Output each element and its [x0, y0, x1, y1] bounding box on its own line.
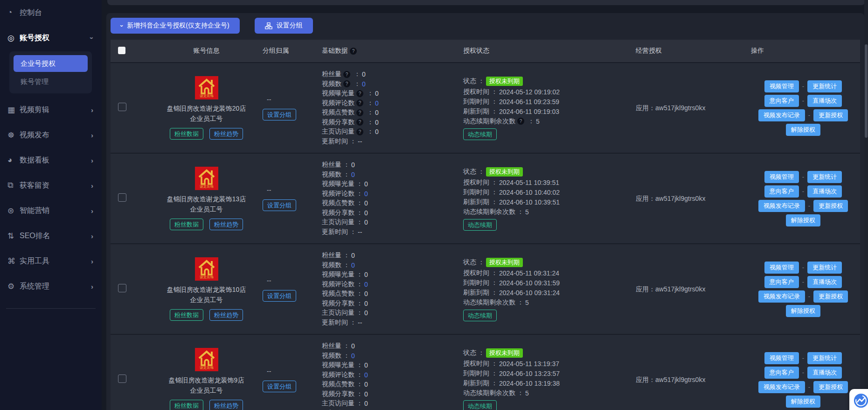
dynamic-renew-button[interactable]: 动态续期: [463, 400, 497, 410]
video-publish-record-button[interactable]: 视频发布记录: [758, 200, 805, 212]
set-group-button[interactable]: 设置分组: [263, 109, 296, 120]
dynamic-renew-button[interactable]: 动态续期: [463, 219, 497, 231]
live-sessions-button[interactable]: 直播场次: [807, 95, 842, 107]
update-stats-button[interactable]: 更新统计: [807, 352, 842, 364]
intent-customer-button[interactable]: 意向客户: [764, 367, 799, 379]
metric-value: --: [358, 138, 362, 145]
update-stats-button[interactable]: 更新统计: [807, 80, 842, 92]
sidebar-item-console[interactable]: ◔ 控制台: [0, 0, 102, 25]
fan-trend-button[interactable]: 粉丝趋势: [209, 219, 243, 230]
row-checkbox[interactable]: [118, 103, 126, 111]
update-stats-button[interactable]: 更新统计: [807, 262, 842, 274]
metric-value: 0: [375, 119, 379, 126]
sidebar-item-account-auth[interactable]: ◎ 账号授权 ›: [0, 25, 102, 50]
fan-trend-button[interactable]: 粉丝趋势: [209, 400, 243, 410]
metric-value-link[interactable]: 0: [364, 281, 368, 288]
metric-value-link[interactable]: 0: [351, 262, 355, 269]
metric-value-link[interactable]: 0: [375, 99, 379, 107]
update-auth-button[interactable]: 更新授权: [813, 200, 848, 212]
revoke-auth-button[interactable]: 解除授权: [786, 124, 820, 136]
metric-line: 主页访问量：0: [322, 399, 459, 409]
fan-trend-button[interactable]: 粉丝趋势: [209, 128, 243, 140]
sidebar-divider: [6, 308, 96, 309]
help-icon[interactable]: ?: [356, 128, 363, 135]
help-icon[interactable]: ?: [517, 118, 524, 125]
intent-customer-button[interactable]: 意向客户: [764, 276, 799, 288]
add-enterprise-auth-button[interactable]: › 新增抖音企业号授权(仅支持企业号): [111, 18, 240, 34]
group-value: --: [267, 186, 317, 194]
help-icon[interactable]: ?: [356, 109, 363, 116]
dynamic-renew-button[interactable]: 动态续期: [463, 128, 497, 140]
live-sessions-button[interactable]: 直播场次: [807, 185, 842, 198]
set-group-button[interactable]: 设置分组: [255, 18, 313, 34]
fan-data-button[interactable]: 粉丝数据: [170, 219, 203, 230]
select-all-checkbox[interactable]: [118, 47, 125, 54]
intent-customer-button[interactable]: 意向客户: [764, 185, 799, 198]
video-manage-button[interactable]: 视频管理: [764, 171, 799, 183]
sidebar-item-utilities[interactable]: ⌘ 实用工具 ›: [0, 248, 102, 274]
sidebar-item-video-publish[interactable]: ☸ 视频发布 ›: [0, 122, 102, 148]
status-badge: 授权未到期: [486, 348, 523, 358]
metric-line: 视频分享数：0: [322, 208, 459, 218]
sidebar-item-leads[interactable]: ⧉ 获客留资 ›: [0, 173, 102, 198]
renew-left-line: 动态续期剩余次数：5: [463, 297, 632, 307]
update-auth-button[interactable]: 更新授权: [813, 290, 848, 303]
row-checkbox[interactable]: [118, 375, 126, 383]
intent-customer-button[interactable]: 意向客户: [764, 95, 799, 107]
update-stats-button[interactable]: 更新统计: [807, 171, 842, 183]
metric-value-link[interactable]: 0: [351, 171, 355, 178]
chevron-right-icon: ›: [91, 182, 93, 190]
account-avatar: 谢龙装饰: [195, 167, 218, 190]
video-manage-button[interactable]: 视频管理: [764, 352, 799, 364]
metric-line: 视频曝光量?：0: [322, 89, 459, 99]
fan-data-button[interactable]: 粉丝数据: [170, 128, 203, 140]
sidebar-item-video-edit[interactable]: ▦ 视频剪辑 ›: [0, 97, 102, 122]
sidebar-item-enterprise-auth[interactable]: 企业号授权: [14, 55, 88, 72]
sidebar-item-seo-rank[interactable]: ⇅ SEO排名 ›: [0, 223, 102, 248]
help-icon[interactable]: ?: [343, 71, 350, 78]
video-publish-record-button[interactable]: 视频发布记录: [758, 290, 805, 303]
video-manage-button[interactable]: 视频管理: [764, 262, 799, 274]
sidebar-item-data-dashboard[interactable]: ◕ 数据看板 ›: [0, 148, 102, 173]
fan-data-button[interactable]: 粉丝数据: [170, 400, 203, 410]
revoke-auth-button[interactable]: 解除授权: [786, 396, 820, 408]
sidebar-item-account-manage[interactable]: 账号管理: [14, 74, 88, 90]
video-publish-record-button[interactable]: 视频发布记录: [758, 381, 805, 393]
metric-line: 视频点赞数?：0: [322, 108, 459, 118]
live-sessions-button[interactable]: 直播场次: [807, 367, 842, 379]
fan-trend-button[interactable]: 粉丝趋势: [209, 309, 243, 321]
row-checkbox[interactable]: [118, 284, 126, 292]
header-basic-data: 基础数据: [322, 47, 348, 55]
floating-assistant-widget[interactable]: [849, 389, 868, 410]
help-icon[interactable]: ?: [343, 80, 350, 87]
metric-value-link[interactable]: 0: [362, 80, 366, 88]
row-checkbox[interactable]: [118, 193, 126, 202]
dynamic-renew-button[interactable]: 动态续期: [463, 310, 497, 321]
help-icon[interactable]: ?: [356, 119, 363, 126]
metric-value-link[interactable]: 0: [364, 371, 368, 379]
sidebar-item-smart-marketing[interactable]: ⊛ 智能营销 ›: [0, 198, 102, 223]
set-group-button[interactable]: 设置分组: [263, 290, 296, 302]
video-manage-button[interactable]: 视频管理: [764, 80, 799, 92]
metric-value-link[interactable]: 0: [351, 352, 355, 360]
update-auth-button[interactable]: 更新授权: [813, 109, 848, 121]
chevron-down-icon: ›: [118, 25, 125, 27]
status-line: 状态：授权未到期: [463, 257, 632, 268]
help-icon[interactable]: ?: [350, 48, 357, 55]
live-sessions-button[interactable]: 直播场次: [807, 276, 842, 288]
sidebar-item-system[interactable]: ⚙ 系统管理 ›: [0, 274, 102, 299]
update-auth-button[interactable]: 更新授权: [813, 381, 848, 393]
revoke-auth-button[interactable]: 解除授权: [786, 305, 820, 317]
metric-line: 视频评论数：0: [322, 370, 459, 380]
scrollbar-thumb[interactable]: [865, 44, 868, 138]
video-publish-record-button[interactable]: 视频发布记录: [758, 109, 805, 121]
help-icon[interactable]: ?: [356, 90, 363, 97]
gauge-icon: ◔: [7, 8, 20, 17]
metric-value-link[interactable]: 0: [364, 190, 368, 198]
revoke-auth-button[interactable]: 解除授权: [786, 214, 820, 226]
fan-data-button[interactable]: 粉丝数据: [170, 309, 203, 321]
set-group-button[interactable]: 设置分组: [263, 381, 296, 392]
help-icon[interactable]: ?: [356, 99, 363, 106]
auth-time-line: 授权时间：2024-05-11 13:19:37: [463, 359, 632, 368]
set-group-button[interactable]: 设置分组: [263, 199, 296, 211]
